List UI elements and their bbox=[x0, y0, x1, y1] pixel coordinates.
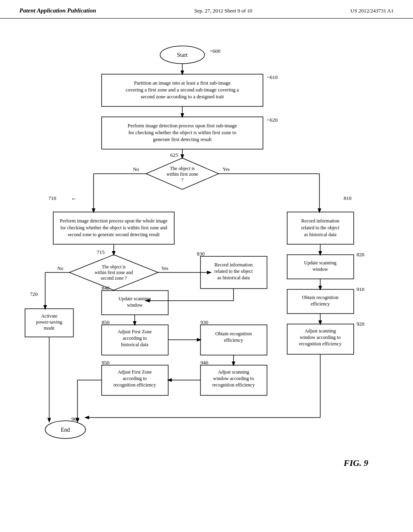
box-850-line3: historical data bbox=[121, 342, 148, 347]
ref-610: ~610 bbox=[267, 74, 278, 80]
box-840-line1: Update scanning bbox=[119, 296, 151, 301]
ref-840: 840 bbox=[102, 285, 110, 291]
box-930-line2: efficiency bbox=[224, 337, 243, 343]
box-810-line2: related to the object bbox=[301, 225, 340, 231]
box-950-line3: recognition efficiency bbox=[113, 382, 156, 388]
end-label: End bbox=[61, 427, 70, 433]
page-header: Patent Application Publication Sep. 27, … bbox=[0, 0, 413, 19]
box-920-line3: recognition efficiency bbox=[299, 341, 341, 347]
diamond-625-line3: ? bbox=[181, 177, 183, 183]
diamond-715-line2: within first zone and bbox=[95, 270, 133, 275]
box-940-line2: window according to bbox=[213, 376, 254, 381]
box-620-line1: Perform image detection process upon fir… bbox=[128, 123, 237, 129]
box-910-line1: Obtain recognition bbox=[302, 295, 338, 300]
box-610-line1: Partition an image into at least a first… bbox=[134, 80, 231, 86]
box-940-line1: Adjust scanning bbox=[218, 369, 249, 375]
ref-810: 810 bbox=[344, 195, 352, 201]
box-710-line2: for checking whether the object is withi… bbox=[60, 225, 167, 231]
flowchart-svg: Start ~600 Partition an image into at le… bbox=[13, 31, 400, 526]
header-publication: Patent Application Publication bbox=[19, 7, 96, 14]
box-620-line3: generate first detecting result bbox=[153, 137, 212, 142]
ref-720: 720 bbox=[30, 291, 38, 297]
box-820-line2: window bbox=[313, 266, 328, 272]
diamond-715-line3: second zone ? bbox=[101, 276, 127, 281]
ref-620: ~620 bbox=[267, 117, 278, 123]
box-850-line1: Adjust First Zone bbox=[118, 329, 152, 335]
box-840-line2: window bbox=[127, 302, 143, 308]
ref-850: 850 bbox=[102, 319, 110, 325]
box-830-line3: as historical data bbox=[217, 275, 250, 281]
yes-label-625: Yes bbox=[223, 166, 230, 172]
ref-820: 820 bbox=[357, 251, 365, 258]
box-950-line1: Adjust First Zone bbox=[118, 369, 152, 375]
box-720-line3: mode bbox=[44, 325, 55, 331]
diamond-715-line1: The object is bbox=[102, 264, 126, 270]
box-710-line1: Perform image detection process upon the… bbox=[60, 218, 168, 224]
box-610-line2: covering a first zone and a second sub-i… bbox=[126, 87, 239, 93]
diagram-area: Start ~600 Partition an image into at le… bbox=[0, 19, 413, 532]
no-label-625: No bbox=[133, 166, 139, 172]
box-610-line3: second zone according to a designed trai… bbox=[141, 94, 224, 100]
header-patent-number: US 2012/243731 A1 bbox=[350, 8, 394, 14]
box-830-line1: Record information bbox=[215, 262, 252, 268]
ref-600: ~600 bbox=[210, 48, 221, 54]
ref-710: 710 bbox=[48, 195, 56, 201]
box-720-line1: Activate bbox=[41, 313, 58, 319]
box-620-line2: for checking whether the object is withi… bbox=[128, 130, 236, 135]
ref-950: 950 bbox=[102, 360, 110, 366]
no-label-715: No bbox=[57, 266, 63, 271]
box-930-line1: Obtain recognition bbox=[215, 331, 252, 337]
yes-label-715: Yes bbox=[161, 266, 169, 271]
box-810-line3: as historical data bbox=[304, 232, 337, 237]
header-date-sheet: Sep. 27, 2012 Sheet 9 of 10 bbox=[194, 8, 252, 14]
ref-930: 930 bbox=[200, 319, 209, 325]
ref-715: 715 bbox=[97, 249, 105, 255]
diamond-625-line2: within first zone bbox=[167, 171, 198, 177]
start-label: Start bbox=[177, 52, 188, 58]
box-710-line3: second zone to generate second detecting… bbox=[68, 232, 160, 237]
box-850-line2: according to bbox=[123, 335, 147, 341]
box-950-line2: according to bbox=[123, 376, 147, 381]
fig-label: FIG. 9 bbox=[343, 458, 368, 468]
box-940-line3: recognition efficiency bbox=[212, 382, 254, 388]
ref-940: 940 bbox=[200, 360, 209, 366]
ref-830: 830 bbox=[197, 251, 205, 257]
box-830-line2: related to the object bbox=[215, 268, 253, 274]
box-820-line1: Update scanning bbox=[304, 260, 336, 266]
ref-910: 910 bbox=[357, 286, 365, 292]
diamond-625-line1: The object is bbox=[170, 166, 195, 171]
box-810-line1: Record information bbox=[301, 218, 339, 224]
ref-625: 625 bbox=[170, 152, 178, 158]
ref-920: 920 bbox=[357, 321, 365, 327]
ref-960: 960 bbox=[71, 416, 79, 422]
box-910-line2: efficiency bbox=[311, 301, 330, 307]
box-720-line2: power-saving bbox=[36, 319, 62, 325]
box-920-line2: window according to bbox=[300, 335, 340, 340]
box-920-line1: Adjust scanning bbox=[305, 328, 336, 334]
